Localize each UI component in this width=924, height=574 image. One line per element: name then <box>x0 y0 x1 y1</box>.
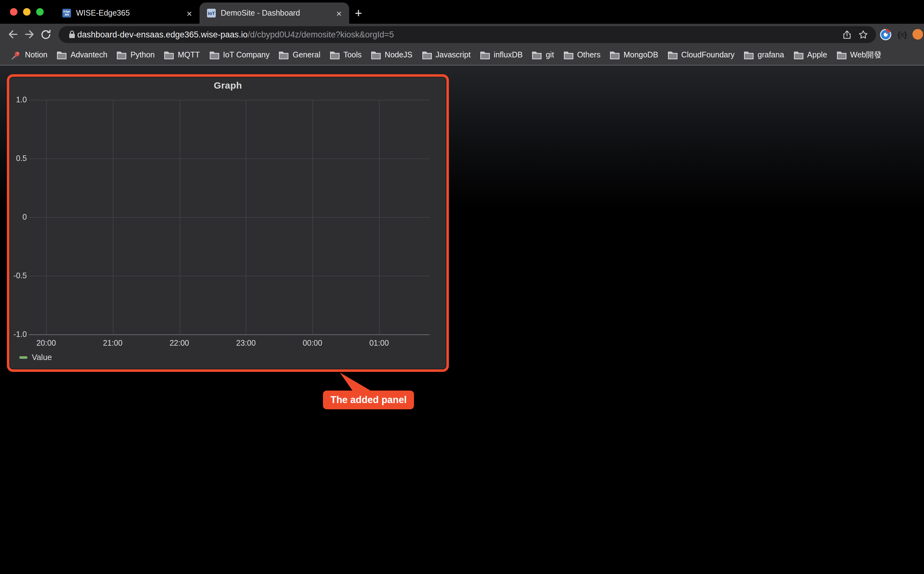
bookmark-label: MQTT <box>178 50 200 59</box>
forward-arrow-icon <box>23 28 36 41</box>
bookmark-label: MongoDB <box>624 50 658 59</box>
bookmark-web-[interactable]: Web開發 <box>836 50 882 60</box>
bookmark-iot-company[interactable]: IoT Company <box>209 50 270 59</box>
colorwheel-icon <box>880 28 892 40</box>
iot-favicon: IoT <box>207 9 216 17</box>
folder-icon <box>164 50 174 59</box>
h-gridline <box>29 100 430 101</box>
folder-icon <box>330 50 340 59</box>
y-axis-tick-label: -0.5 <box>9 271 27 280</box>
v-gridline <box>379 100 380 334</box>
reload-button[interactable] <box>38 26 53 43</box>
chart-plot-area[interactable]: 1.00.50-0.5-1.020:0021:0022:0023:0000:00… <box>9 77 446 369</box>
v-gridline <box>46 100 47 334</box>
bookmark-label: Advantech <box>71 50 107 59</box>
annotation-label: The added panel <box>323 391 414 409</box>
bookmark-nodejs[interactable]: NodeJS <box>371 50 412 59</box>
y-axis-tick-label: -1.0 <box>9 330 27 339</box>
share-icon <box>842 29 852 39</box>
bookmark-apple[interactable]: Apple <box>794 50 827 59</box>
bookmark-label: IoT Company <box>223 50 270 59</box>
folder-icon <box>668 50 677 59</box>
folder-icon <box>371 50 381 59</box>
bookmark-label: grafana <box>757 50 784 59</box>
y-axis-tick-label: 0.5 <box>9 154 27 163</box>
bookmark-label: git <box>546 50 554 59</box>
legend-series-swatch <box>19 356 27 358</box>
folder-icon <box>116 50 127 59</box>
v-gridline <box>179 100 180 334</box>
graph-panel[interactable]: Graph 1.00.50-0.5-1.020:0021:0022:0023:0… <box>7 74 449 372</box>
forward-button[interactable] <box>21 26 38 43</box>
window-minimize-button[interactable] <box>23 8 31 16</box>
bookmark-mongodb[interactable]: MongoDB <box>610 50 658 59</box>
address-bar[interactable]: dashboard-dev-ensaas.edge365.wise-paas.i… <box>59 26 876 43</box>
browser-toolbar: dashboard-dev-ensaas.edge365.wise-paas.i… <box>0 24 924 45</box>
x-axis-line <box>29 334 430 335</box>
star-icon <box>858 29 869 39</box>
bookmark-others[interactable]: Others <box>563 50 600 59</box>
extensions-area: {≡} <box>880 28 923 40</box>
chart-legend[interactable]: Value <box>19 353 52 362</box>
lock-icon <box>66 27 77 42</box>
tab-demosite-dashboard[interactable]: IoT DemoSite - Dashboard × <box>200 3 349 24</box>
bookmark-grafana[interactable]: grafana <box>744 50 784 59</box>
bookmark-label: Web開發 <box>850 50 882 60</box>
tab-close-icon[interactable]: × <box>335 8 343 18</box>
extension-profile-button[interactable] <box>912 29 923 40</box>
folder-icon <box>422 50 432 59</box>
y-axis-tick-label: 1.0 <box>9 95 27 104</box>
tab-close-icon[interactable]: × <box>185 8 193 18</box>
extension-json-button[interactable]: {≡} <box>897 30 907 39</box>
url-path: /d/cbypd0U4z/demosite?kiosk&orgId=5 <box>248 30 394 39</box>
x-axis-tick-label: 22:00 <box>170 339 189 347</box>
window-close-button[interactable] <box>10 8 17 16</box>
back-button[interactable] <box>5 26 21 43</box>
bookmark-mqtt[interactable]: MQTT <box>164 50 200 59</box>
bookmark-star-button[interactable] <box>855 27 871 42</box>
x-axis-tick-label: 00:00 <box>303 339 322 347</box>
bookmark-label: Apple <box>807 50 827 59</box>
tab-wise-edge365[interactable]: Edge 365 WISE-Edge365 × <box>55 3 200 24</box>
tab-strip: Edge 365 WISE-Edge365 × IoT DemoSite - D… <box>0 0 924 24</box>
annotation-pointer <box>337 372 374 391</box>
window-zoom-button[interactable] <box>36 8 44 16</box>
bookmark-label: Others <box>577 50 600 59</box>
tab-title: DemoSite - Dashboard <box>221 9 335 17</box>
y-axis-tick-label: 0 <box>9 213 27 221</box>
folder-icon <box>610 50 620 59</box>
folder-icon <box>279 50 289 59</box>
folder-icon <box>744 50 754 59</box>
bookmark-javascript[interactable]: Javascript <box>422 50 471 59</box>
bookmark-notion[interactable]: Notion <box>11 50 47 60</box>
share-button[interactable] <box>839 27 855 42</box>
bookmark-advantech[interactable]: Advantech <box>57 50 107 59</box>
bookmark-label: influxDB <box>494 50 523 59</box>
bookmark-cloudfoundary[interactable]: CloudFoundary <box>668 50 734 59</box>
bookmark-tools[interactable]: Tools <box>330 50 361 59</box>
x-axis-tick-label: 20:00 <box>36 339 56 347</box>
browser-window: Edge 365 WISE-Edge365 × IoT DemoSite - D… <box>0 0 924 574</box>
extension-colorwheel-button[interactable] <box>880 28 892 40</box>
bookmark-label: Javascript <box>435 50 471 59</box>
h-gridline <box>29 217 430 218</box>
folder-icon <box>532 50 542 59</box>
folder-icon <box>480 50 490 59</box>
tab-title: WISE-Edge365 <box>76 9 185 17</box>
back-arrow-icon <box>7 28 19 41</box>
legend-series-label: Value <box>32 353 52 362</box>
bookmark-influxdb[interactable]: influxDB <box>480 50 523 59</box>
folder-icon <box>209 50 219 59</box>
reload-icon <box>39 28 52 40</box>
url-text: dashboard-dev-ensaas.edge365.wise-paas.i… <box>77 30 394 39</box>
h-gridline <box>29 276 430 276</box>
folder-icon <box>794 50 803 59</box>
bookmark-label: Tools <box>344 50 361 59</box>
bookmark-git[interactable]: git <box>532 50 554 59</box>
bookmark-general[interactable]: General <box>279 50 321 59</box>
new-tab-button[interactable]: + <box>349 3 368 24</box>
edge365-favicon: Edge 365 <box>62 9 71 17</box>
bookmark-python[interactable]: Python <box>116 50 155 59</box>
folder-icon <box>57 50 67 59</box>
dashboard-content: Graph 1.00.50-0.5-1.020:0021:0022:0023:0… <box>0 66 924 574</box>
